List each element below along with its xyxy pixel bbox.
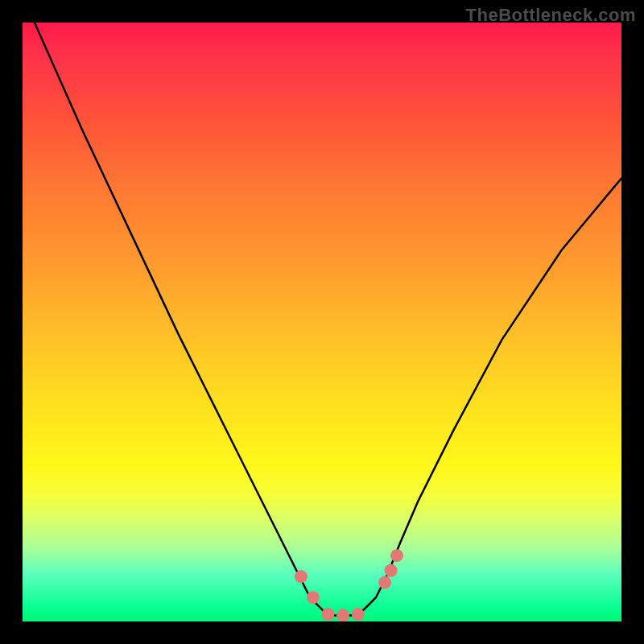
marker-right-1: [378, 576, 391, 589]
marker-left-2: [307, 591, 320, 604]
watermark-text: TheBottleneck.com: [466, 5, 636, 26]
bottleneck-curve: [35, 23, 621, 616]
marker-bottom-2: [336, 609, 349, 621]
marker-bottom-3: [352, 608, 365, 621]
marker-bottom-1: [321, 608, 334, 621]
marker-left-1: [295, 570, 308, 583]
chart-svg: [23, 23, 621, 621]
curve-group: [35, 23, 621, 616]
marker-group: [295, 549, 403, 621]
marker-right-3: [390, 549, 403, 562]
marker-right-2: [385, 564, 398, 577]
plot-area: [23, 23, 621, 621]
chart-frame: TheBottleneck.com: [0, 0, 644, 644]
